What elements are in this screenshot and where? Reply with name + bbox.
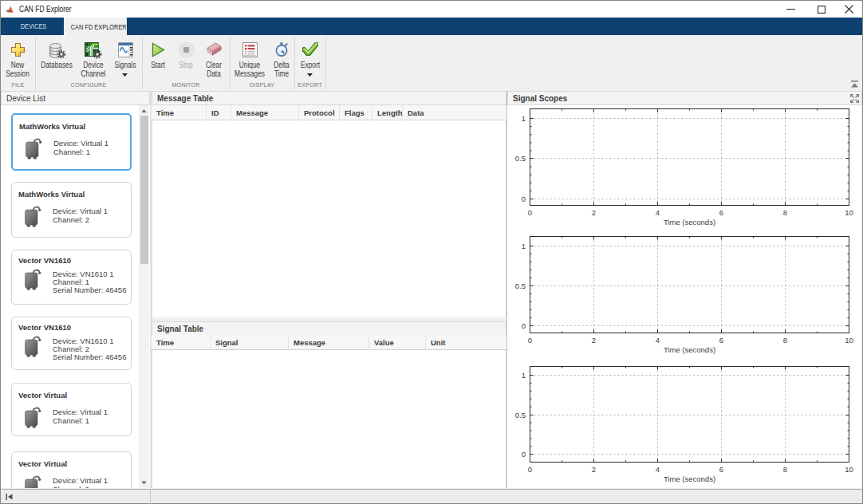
svg-text:0: 0 bbox=[528, 336, 532, 345]
svg-text:10: 10 bbox=[845, 465, 853, 474]
svg-text:1: 1 bbox=[522, 371, 526, 380]
svg-text:1: 1 bbox=[522, 114, 526, 123]
svg-text:6: 6 bbox=[719, 336, 723, 345]
svg-text:4: 4 bbox=[656, 336, 660, 345]
svg-text:8: 8 bbox=[783, 208, 787, 217]
svg-text:0: 0 bbox=[528, 465, 532, 474]
svg-text:0: 0 bbox=[522, 195, 526, 203]
svg-text:10: 10 bbox=[845, 208, 853, 217]
svg-text:0: 0 bbox=[522, 321, 526, 330]
svg-text:0.5: 0.5 bbox=[515, 411, 526, 419]
svg-text:4: 4 bbox=[656, 208, 660, 217]
svg-text:0.5: 0.5 bbox=[515, 282, 526, 290]
svg-text:8: 8 bbox=[783, 465, 787, 474]
svg-text:8: 8 bbox=[783, 336, 787, 345]
svg-text:6: 6 bbox=[719, 465, 723, 474]
svg-text:0: 0 bbox=[528, 208, 532, 217]
svg-text:1: 1 bbox=[522, 242, 526, 250]
svg-text:Time (seconds): Time (seconds) bbox=[664, 345, 715, 354]
svg-text:0.5: 0.5 bbox=[515, 154, 526, 163]
svg-text:2: 2 bbox=[592, 465, 596, 474]
svg-text:Time (seconds): Time (seconds) bbox=[664, 218, 715, 226]
svg-text:6: 6 bbox=[719, 208, 723, 217]
svg-text:2: 2 bbox=[592, 336, 596, 345]
svg-text:4: 4 bbox=[656, 465, 660, 474]
svg-text:Time (seconds): Time (seconds) bbox=[664, 474, 715, 483]
svg-text:2: 2 bbox=[592, 208, 596, 217]
svg-text:0: 0 bbox=[522, 450, 526, 459]
svg-text:10: 10 bbox=[845, 336, 853, 345]
